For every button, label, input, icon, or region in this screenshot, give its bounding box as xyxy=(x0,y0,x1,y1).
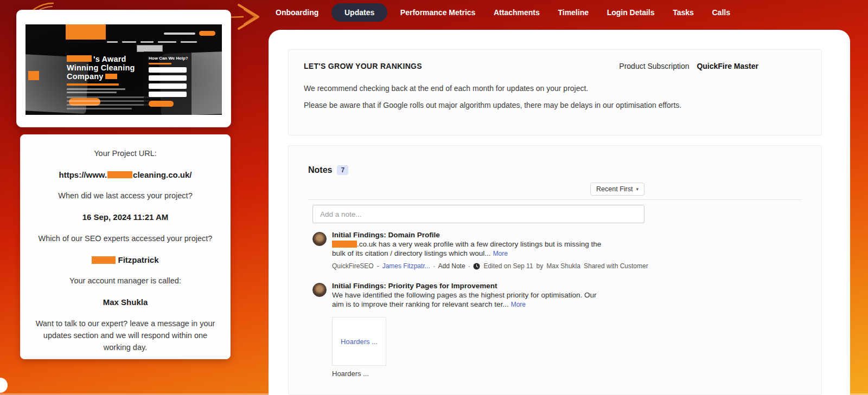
product-subscription: Product Subscription QuickFire Master xyxy=(619,62,758,70)
redaction-url xyxy=(107,171,132,178)
shared-status: Shared with Customer xyxy=(584,262,648,270)
attachment-link[interactable]: Hoarders ... xyxy=(341,338,378,346)
expert-question: Which of our SEO experts accessed your p… xyxy=(33,234,218,244)
site-navrow xyxy=(107,41,197,43)
chat-bubble-button[interactable] xyxy=(0,378,8,393)
headline-line1: 's Award xyxy=(93,55,126,63)
notes-count-badge: 7 xyxy=(337,165,348,175)
notes-title: Notes xyxy=(308,165,332,175)
note-item: Initial Findings: Domain Profile .co.uk … xyxy=(312,231,644,270)
tab-updates[interactable]: Updates xyxy=(331,3,387,22)
site-paragraph xyxy=(67,88,125,95)
last-access-value: 16 Sep, 2024 11:21 AM xyxy=(33,212,218,223)
expert-name: Fitzpatrick xyxy=(33,255,218,266)
notes-panel: Notes 7 Recent First ▾ Initi xyxy=(288,145,822,395)
org-name: QuickFireSEO xyxy=(332,262,374,270)
site-form-input xyxy=(149,83,187,89)
note-title: Initial Findings: Domain Profile xyxy=(332,231,648,239)
site-form-input xyxy=(149,67,187,73)
site-headline: 's Award Winning Cleaning Company xyxy=(67,55,135,81)
tab-performance-metrics[interactable]: Performance Metrics xyxy=(395,5,481,20)
app-screen: Onboarding Updates Performance Metrics A… xyxy=(0,0,868,395)
note-meta: QuickFireSEO - James Fitzpatr... • Add N… xyxy=(332,262,648,270)
tab-calls[interactable]: Calls xyxy=(706,5,735,20)
tab-login-details[interactable]: Login Details xyxy=(602,5,660,20)
note-title: Initial Findings: Priority Pages for Imp… xyxy=(332,282,597,290)
top-navigation: Onboarding Updates Performance Metrics A… xyxy=(270,0,736,25)
tab-tasks[interactable]: Tasks xyxy=(667,5,699,20)
add-note-action[interactable]: Add Note xyxy=(438,262,465,270)
site-preview-card: 's Award Winning Cleaning Company How Ca… xyxy=(16,10,231,127)
redaction-headline xyxy=(67,55,92,62)
clock-icon xyxy=(473,263,480,270)
site-form-input xyxy=(149,75,187,81)
subscription-label: Product Subscription xyxy=(619,62,689,70)
subscription-value: QuickFire Master xyxy=(697,62,758,70)
project-info-card: Your Project URL: https://www.cleaning.c… xyxy=(20,134,231,359)
edited-text: Edited on Sep 11 xyxy=(483,262,533,270)
last-access-question: When did we last access your project? xyxy=(33,191,218,201)
note-body: We have identified the following pages a… xyxy=(332,290,597,309)
contact-note: Want to talk to our expert? leave a mess… xyxy=(33,318,218,353)
rankings-line1: We recommend checking back at the end of… xyxy=(304,84,806,93)
headline-line2: Winning Cleaning xyxy=(67,63,135,72)
note-item: Initial Findings: Priority Pages for Imp… xyxy=(312,282,644,378)
headline-line3: Company xyxy=(67,72,103,81)
tab-attachments[interactable]: Attachments xyxy=(488,5,545,20)
site-form-submit xyxy=(149,101,174,107)
attachment-caption: Hoarders ... xyxy=(332,370,597,378)
note-body: .co.uk has a very weak profile with a fe… xyxy=(332,239,648,258)
chevron-down-icon: ▾ xyxy=(636,186,639,192)
redaction-headline-tail xyxy=(105,74,117,79)
redaction-expert-name xyxy=(92,256,116,264)
site-form-input xyxy=(149,92,187,97)
manager-name: Max Shukla xyxy=(33,297,218,308)
rankings-title: LET'S GROW YOUR RANKINGS xyxy=(304,62,422,70)
add-note-input[interactable] xyxy=(312,205,644,223)
author-link[interactable]: James Fitzpatr... xyxy=(382,262,430,270)
site-thumbnail: 's Award Winning Cleaning Company How Ca… xyxy=(25,24,222,115)
more-link[interactable]: More xyxy=(493,250,508,257)
project-url-label: Your Project URL: xyxy=(33,148,218,159)
more-link[interactable]: More xyxy=(511,301,526,308)
tab-timeline[interactable]: Timeline xyxy=(552,5,594,20)
avatar xyxy=(312,232,327,246)
site-topbar-button xyxy=(199,31,215,36)
site-contact-form: How Can We Help? xyxy=(144,51,192,115)
editor-name: Max Shukla xyxy=(546,262,580,270)
rankings-line2: Please be aware that if Google rolls out… xyxy=(304,101,806,109)
site-topbar xyxy=(164,31,215,36)
project-url: https://www.cleaning.co.uk/ xyxy=(33,170,218,180)
site-subline xyxy=(67,83,119,86)
site-form-title: How Can We Help? xyxy=(149,56,187,61)
sort-dropdown[interactable]: Recent First ▾ xyxy=(590,183,644,196)
attachment-preview[interactable]: Hoarders ... xyxy=(332,317,386,366)
sort-label: Recent First xyxy=(596,185,633,193)
manager-label: Your account manager is called: xyxy=(33,276,218,286)
avatar xyxy=(312,283,327,297)
site-phone-text xyxy=(164,33,195,35)
rankings-panel: LET'S GROW YOUR RANKINGS Product Subscri… xyxy=(288,49,822,135)
main-content: LET'S GROW YOUR RANKINGS Product Subscri… xyxy=(269,30,850,395)
redaction-left xyxy=(28,71,39,80)
redaction-logo xyxy=(66,24,106,40)
tab-onboarding[interactable]: Onboarding xyxy=(270,5,324,20)
redaction-domain xyxy=(332,241,357,248)
